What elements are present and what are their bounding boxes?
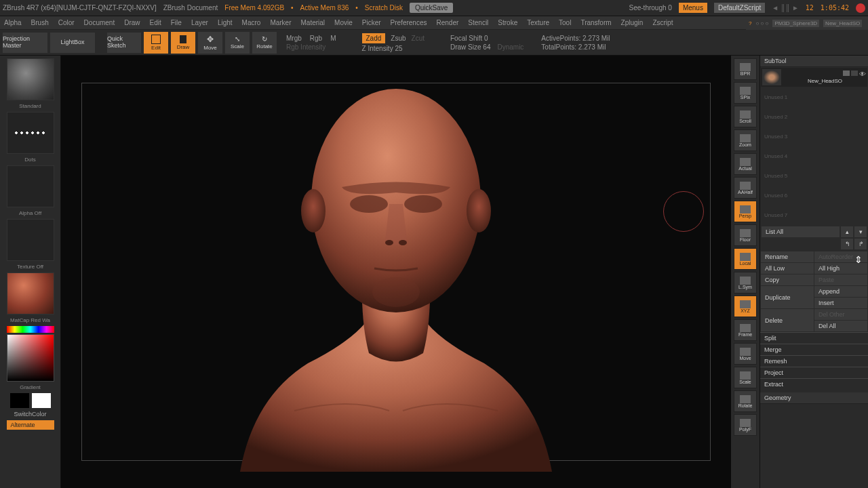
subtool-unused[interactable]: Unused 7: [760, 205, 868, 225]
subtool-unused[interactable]: Unused 4: [760, 146, 868, 166]
bpr-button[interactable]: BPR: [734, 58, 757, 80]
alpha-selector[interactable]: [7, 165, 54, 207]
move-button[interactable]: ✥Move: [198, 32, 222, 54]
zcut-toggle[interactable]: Zcut: [412, 35, 425, 42]
menu-stroke[interactable]: Stroke: [498, 19, 517, 26]
tool-tab-head[interactable]: New_HeadSO: [823, 20, 862, 27]
menu-alpha[interactable]: Alpha: [4, 19, 22, 26]
del-all-button[interactable]: Del All: [814, 321, 867, 331]
m-toggle[interactable]: M: [330, 35, 336, 42]
menu-stencil[interactable]: Stencil: [468, 19, 488, 26]
copy-button[interactable]: Copy: [761, 274, 814, 285]
rename-button[interactable]: Rename: [761, 251, 814, 262]
menu-draw[interactable]: Draw: [124, 19, 140, 26]
all-low-button[interactable]: All Low: [761, 263, 814, 274]
draw-size-slider[interactable]: Draw Size 64: [450, 43, 490, 51]
z-intensity-slider[interactable]: Z Intensity 25: [362, 45, 425, 52]
split-section[interactable]: Split: [760, 332, 868, 344]
aahalf-button[interactable]: AAHalf: [734, 177, 757, 199]
alternate-button[interactable]: Alternate: [7, 420, 54, 430]
menu-brush[interactable]: Brush: [31, 19, 49, 26]
menu-texture[interactable]: Texture: [527, 19, 549, 26]
menu-macro[interactable]: Macro: [242, 19, 261, 26]
subtool-unused[interactable]: Unused 1: [760, 87, 868, 107]
xyz-button[interactable]: XYZ: [734, 296, 757, 317]
subtool-active[interactable]: 👁 New_HeadSO: [761, 68, 867, 87]
subtool-unused[interactable]: Unused 5: [760, 166, 868, 186]
zscript-button[interactable]: DefaultZScript: [714, 3, 765, 13]
remesh-section[interactable]: Remesh: [760, 355, 868, 367]
project-section[interactable]: Project: [760, 367, 868, 378]
actual-button[interactable]: Actual: [734, 153, 757, 175]
menu-zplugin[interactable]: Zplugin: [621, 19, 644, 26]
canvas-viewport[interactable]: [61, 56, 731, 488]
record-icon[interactable]: [856, 3, 865, 13]
quick-sketch-button[interactable]: Quick Sketch: [107, 33, 141, 53]
menu-movie[interactable]: Movie: [334, 19, 353, 26]
delete-button[interactable]: Delete: [761, 309, 814, 331]
quicksave-button[interactable]: QuickSave: [410, 3, 453, 13]
menu-picker[interactable]: Picker: [362, 19, 381, 26]
menu-color[interactable]: Color: [58, 19, 75, 26]
subtool-header[interactable]: SubTool: [760, 56, 868, 67]
dynamic-toggle[interactable]: Dynamic: [497, 43, 524, 51]
menu-file[interactable]: File: [171, 19, 182, 26]
rgb-toggle[interactable]: Rgb: [310, 35, 322, 42]
mrgb-toggle[interactable]: Mrgb: [286, 35, 302, 42]
focal-shift-slider[interactable]: Focal Shift 0: [450, 35, 524, 42]
frame-button[interactable]: Frame: [734, 319, 757, 341]
menu-light[interactable]: Light: [218, 19, 233, 26]
polyf-button[interactable]: PolyF: [734, 414, 757, 436]
menu-material[interactable]: Material: [301, 19, 326, 26]
menu-marker[interactable]: Marker: [270, 19, 291, 26]
floor-button[interactable]: Floor: [734, 224, 757, 246]
menu-preferences[interactable]: Preferences: [391, 19, 427, 26]
local-button[interactable]: Local: [734, 248, 757, 270]
menu-render[interactable]: Render: [437, 19, 459, 26]
color-picker[interactable]: [7, 334, 54, 382]
see-through[interactable]: See-through 0: [629, 4, 672, 12]
persp-button[interactable]: Persp: [734, 201, 757, 222]
geometry-header[interactable]: Geometry: [760, 392, 868, 404]
zadd-toggle[interactable]: Zadd: [362, 33, 386, 43]
projection-master-button[interactable]: Projection Master: [3, 33, 47, 53]
scale-button[interactable]: ⤡Scale: [225, 32, 250, 54]
menu-transform[interactable]: Transform: [580, 19, 611, 26]
tool-tab-sphere[interactable]: PM3D_Sphere3D: [772, 20, 819, 27]
subtool-unused[interactable]: Unused 6: [760, 186, 868, 205]
primary-color-swatch[interactable]: [32, 393, 51, 408]
arrow-down-icon[interactable]: ↱: [854, 239, 867, 249]
draw-button[interactable]: Draw: [171, 32, 195, 54]
rgb-intensity[interactable]: Rgb Intensity: [286, 43, 336, 51]
scroll-button[interactable]: Scroll: [734, 106, 757, 127]
switch-color-button[interactable]: SwitchColor: [12, 409, 47, 419]
subtool-unused[interactable]: Unused 3: [760, 127, 868, 146]
menus-button[interactable]: Menus: [679, 3, 707, 13]
zoom-button[interactable]: Zoom: [734, 129, 757, 151]
subtool-unused[interactable]: Unused 2: [760, 107, 868, 127]
del-other-button[interactable]: Del Other: [814, 309, 867, 320]
menu-document[interactable]: Document: [84, 19, 115, 26]
append-button[interactable]: Append: [814, 286, 867, 297]
gradient-label[interactable]: Gradient: [18, 383, 42, 392]
sculpt-mesh[interactable]: [186, 72, 606, 472]
rotate-button[interactable]: Rotate: [734, 390, 757, 412]
menu-layer[interactable]: Layer: [191, 19, 208, 26]
menu-edit[interactable]: Edit: [150, 19, 161, 26]
merge-section[interactable]: Merge: [760, 344, 868, 355]
paste-button[interactable]: Paste: [814, 274, 867, 285]
secondary-color-swatch[interactable]: [10, 393, 29, 408]
list-all-button[interactable]: List All: [762, 226, 840, 237]
duplicate-button[interactable]: Duplicate: [761, 286, 814, 308]
scale-button[interactable]: Scale: [734, 367, 757, 388]
extract-section[interactable]: Extract: [760, 378, 868, 390]
spix-button[interactable]: SPix: [734, 82, 757, 104]
hue-bar[interactable]: [7, 326, 54, 333]
rotate-button[interactable]: ↻Rotate: [252, 32, 277, 54]
stroke-selector[interactable]: [7, 112, 54, 154]
eye-icon[interactable]: 👁: [859, 70, 866, 78]
material-selector[interactable]: [7, 272, 54, 314]
zsub-toggle[interactable]: Zsub: [391, 35, 406, 42]
lightbox-button[interactable]: LightBox: [50, 33, 95, 53]
arrow-up-icon[interactable]: ↰: [841, 239, 853, 249]
